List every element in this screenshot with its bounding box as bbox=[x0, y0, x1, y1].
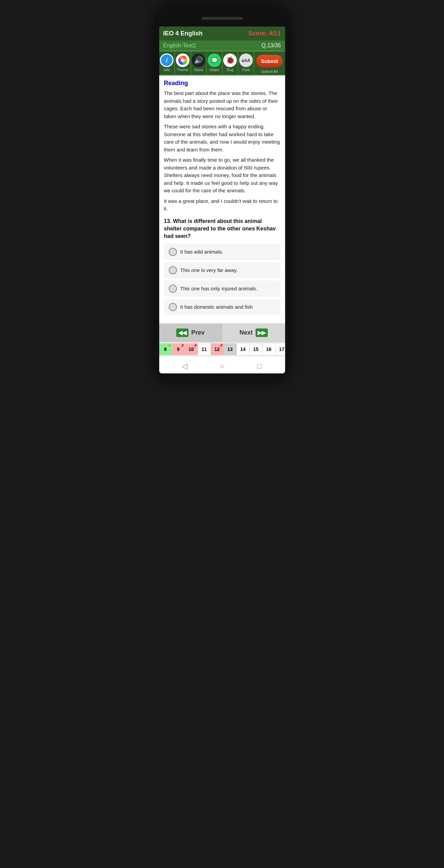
bug-icon: 🐞 bbox=[223, 53, 237, 67]
reading-paragraph-4: It was a great place, and I couldn't wai… bbox=[164, 197, 280, 213]
next-button[interactable]: Next ▶▶ bbox=[222, 324, 285, 342]
option-d-text: It has domestic animals and fish bbox=[180, 304, 253, 310]
qnum-9-label: 9 bbox=[177, 347, 180, 352]
toolbar: i Info Theme bbox=[159, 51, 285, 76]
home-button[interactable]: ○ bbox=[217, 361, 227, 371]
option-d-radio bbox=[169, 303, 177, 311]
qnum-11-label: 11 bbox=[201, 347, 207, 352]
qnum-13[interactable]: 13 bbox=[224, 343, 237, 355]
option-c-radio bbox=[169, 285, 177, 293]
question-text: 13. What is different about this animal … bbox=[164, 218, 280, 240]
share-icon: 💬 bbox=[208, 53, 221, 67]
option-c[interactable]: This one has only injured animals. bbox=[164, 280, 280, 297]
toolbar-info[interactable]: i Info bbox=[159, 51, 175, 75]
reading-paragraph-3: When it was finally time to go, we all t… bbox=[164, 156, 280, 195]
svg-text:💬: 💬 bbox=[211, 57, 217, 63]
header-top: IEO 4 English Score: 4/11 bbox=[159, 27, 285, 41]
reading-paragraph-1: The best part about the place was the st… bbox=[164, 90, 280, 120]
option-b-text: This one is very far away. bbox=[180, 267, 238, 273]
reading-section-label: Reading bbox=[164, 80, 280, 87]
option-d[interactable]: It has domestic animals and fish bbox=[164, 299, 280, 315]
qnum-9-mark: ✗ bbox=[181, 343, 184, 348]
reading-content: Reading The best part about the place wa… bbox=[159, 76, 285, 323]
qnum-16-label: 16 bbox=[266, 347, 272, 352]
font-icon: aAA bbox=[239, 53, 253, 67]
font-label: Font bbox=[242, 68, 250, 72]
submit-button[interactable]: Submit bbox=[256, 55, 283, 67]
qnum-17-label: 17 bbox=[279, 347, 284, 352]
share-label: Share bbox=[209, 68, 219, 72]
qnum-12-mark: ✗ bbox=[220, 343, 223, 348]
question-number-bar: ✓ 8 ✗ 9 ✗ 10 11 ✗ 12 13 14 bbox=[159, 342, 285, 356]
qnum-10-mark: ✗ bbox=[194, 343, 197, 348]
qnum-14-label: 14 bbox=[240, 347, 246, 352]
toolbar-theme[interactable]: Theme bbox=[175, 51, 191, 75]
theme-label: Theme bbox=[177, 68, 188, 72]
app-title: IEO 4 English bbox=[163, 30, 203, 37]
phone-notch bbox=[202, 17, 243, 20]
phone-container: IEO 4 English Score: 4/11 English-Test2 … bbox=[156, 7, 289, 380]
toolbar-share[interactable]: 💬 Share bbox=[207, 51, 223, 75]
option-b-radio bbox=[169, 266, 177, 274]
phone-system-nav: ◁ ○ □ bbox=[159, 356, 285, 373]
prev-arrow-icon: ◀◀ bbox=[176, 328, 188, 337]
info-icon: i bbox=[160, 53, 174, 67]
option-c-text: This one has only injured animals. bbox=[180, 286, 258, 291]
toolbar-bug[interactable]: 🐞 Bug bbox=[223, 51, 239, 75]
qnum-8[interactable]: ✓ 8 bbox=[159, 343, 172, 355]
qnum-10-label: 10 bbox=[188, 347, 194, 352]
svg-point-1 bbox=[181, 59, 185, 62]
question-number: Q.13/35 bbox=[262, 43, 281, 49]
submit-all-label: Submit All bbox=[261, 69, 278, 74]
qnum-14[interactable]: 14 bbox=[237, 343, 250, 355]
qnum-16[interactable]: 16 bbox=[263, 343, 276, 355]
score-display: Score: 4/11 bbox=[248, 30, 281, 37]
prev-label: Prev bbox=[191, 329, 204, 336]
next-arrow-icon: ▶▶ bbox=[256, 328, 268, 337]
navigation-bar: ◀◀ Prev Next ▶▶ bbox=[159, 323, 285, 342]
next-label: Next bbox=[240, 329, 253, 336]
option-a-text: It has wild animals. bbox=[180, 249, 224, 255]
qnum-10[interactable]: ✗ 10 bbox=[185, 343, 198, 355]
option-a-radio bbox=[169, 248, 177, 256]
qnum-8-label: 8 bbox=[164, 347, 167, 352]
info-label: Info bbox=[164, 68, 170, 72]
qnum-11[interactable]: 11 bbox=[198, 343, 211, 355]
app-screen: IEO 4 English Score: 4/11 English-Test2 … bbox=[159, 27, 285, 373]
option-b[interactable]: This one is very far away. bbox=[164, 262, 280, 278]
toolbar-submit[interactable]: Submit Submit All bbox=[254, 51, 285, 75]
test-name: English-Test2 bbox=[163, 43, 196, 49]
recents-button[interactable]: □ bbox=[254, 361, 265, 371]
voice-label: Voice bbox=[194, 68, 203, 72]
option-a[interactable]: It has wild animals. bbox=[164, 244, 280, 260]
theme-icon bbox=[176, 53, 190, 67]
back-button[interactable]: ◁ bbox=[180, 361, 190, 371]
qnum-15[interactable]: 15 bbox=[250, 343, 263, 355]
toolbar-font[interactable]: aAA Font bbox=[238, 51, 254, 75]
qnum-15-label: 15 bbox=[253, 347, 259, 352]
qnum-17[interactable]: 17 bbox=[276, 343, 285, 355]
qnum-8-mark: ✓ bbox=[168, 343, 171, 348]
qnum-12[interactable]: ✗ 12 bbox=[211, 343, 224, 355]
bug-label: Bug bbox=[227, 68, 234, 72]
toolbar-voice[interactable]: 🔊 Voice bbox=[191, 51, 207, 75]
qnum-12-label: 12 bbox=[214, 347, 220, 352]
voice-icon: 🔊 bbox=[192, 53, 205, 67]
qnum-13-label: 13 bbox=[227, 347, 233, 352]
reading-paragraph-2: These were sad stories with a happy endi… bbox=[164, 123, 280, 154]
prev-button[interactable]: ◀◀ Prev bbox=[159, 324, 223, 342]
header-sub: English-Test2 Q.13/35 bbox=[159, 41, 285, 51]
options-container: It has wild animals. This one is very fa… bbox=[164, 244, 280, 315]
qnum-9[interactable]: ✗ 9 bbox=[172, 343, 185, 355]
